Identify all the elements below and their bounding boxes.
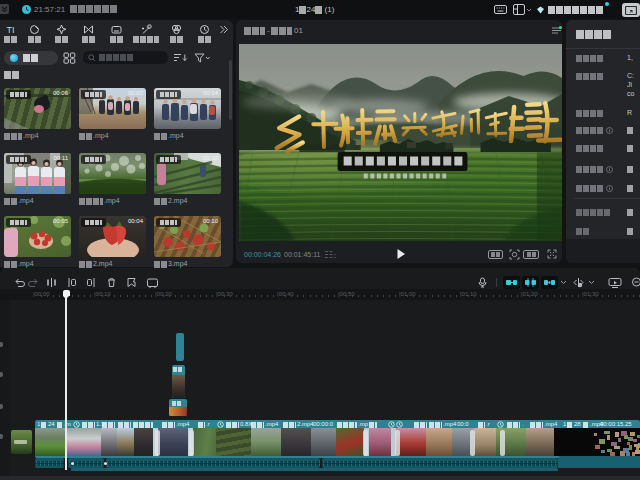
svg-text:TI: TI [6,25,14,35]
